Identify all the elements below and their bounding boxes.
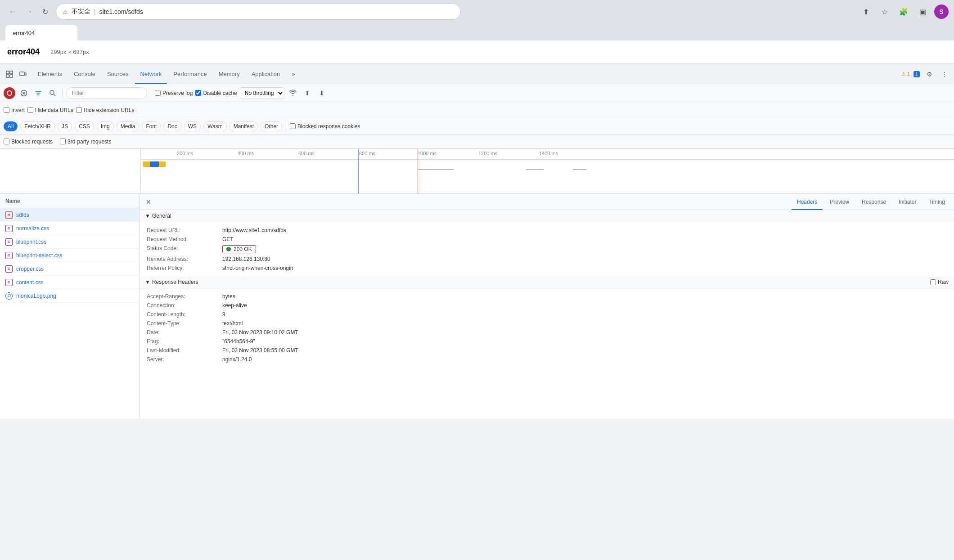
filter-css[interactable]: CSS <box>75 121 94 131</box>
bookmark-button[interactable]: ☆ <box>878 4 892 19</box>
record-button[interactable] <box>4 87 15 99</box>
general-section-header[interactable]: ▼ General <box>140 210 954 222</box>
details-tabs: ✕ Headers Preview Response Initiator Tim… <box>140 194 954 210</box>
settings-button[interactable]: ⚙ <box>923 68 935 80</box>
hide-data-urls-checkbox[interactable]: Hide data URLs <box>27 107 73 113</box>
file-item-cropper-css[interactable]: C cropper.css <box>0 262 139 276</box>
filter-img[interactable]: Img <box>97 121 114 131</box>
more-options-button[interactable]: ⋮ <box>939 68 950 80</box>
filter-button[interactable] <box>32 87 44 99</box>
file-icon-css-2: C <box>5 238 13 246</box>
file-name-monica-logo: monicaLogo.png <box>16 293 56 299</box>
profile-button[interactable]: S <box>934 4 949 19</box>
blocked-response-cookies-checkbox[interactable]: Blocked response cookies <box>290 123 360 130</box>
close-details-button[interactable]: ✕ <box>143 197 154 207</box>
device-toggle-button[interactable] <box>17 68 29 80</box>
timeline-area: 200 ms 400 ms 600 ms 800 ms 1000 ms 1200… <box>0 149 954 194</box>
preserve-log-checkbox[interactable]: Preserve log <box>155 90 193 96</box>
inspect-icon <box>6 71 13 78</box>
import-har-button[interactable]: ⬆ <box>302 87 313 99</box>
tab-network[interactable]: Network <box>135 64 167 84</box>
file-item-sdfds[interactable]: H sdfds <box>0 208 139 222</box>
header-row-content-type: Content-Type: text/html <box>147 319 947 328</box>
header-row-request-method: Request Method: GET <box>147 235 947 244</box>
tab-console[interactable]: Console <box>68 64 101 84</box>
header-value-request-url: http://www.site1.com/sdfds <box>222 227 286 233</box>
filter-input[interactable] <box>66 87 147 99</box>
header-key-status-code: Status Code: <box>147 245 219 253</box>
search-button[interactable] <box>47 87 58 99</box>
filter-media[interactable]: Media <box>117 121 140 131</box>
svg-rect-1 <box>10 71 13 74</box>
blocked-requests-checkbox[interactable]: Blocked requests <box>4 139 53 145</box>
filter-font[interactable]: Font <box>142 121 161 131</box>
response-headers-section-header[interactable]: ▼ Response Headers Raw <box>140 276 954 288</box>
file-item-blueprint-select-css[interactable]: C blueprint-select.css <box>0 249 139 262</box>
tab-application[interactable]: Application <box>246 64 286 84</box>
details-tab-initiator[interactable]: Initiator <box>893 194 922 210</box>
details-tab-timing[interactable]: Timing <box>923 194 950 210</box>
browser-tab[interactable]: error404 <box>5 25 77 40</box>
file-item-content-css[interactable]: C content.css <box>0 276 139 289</box>
filter-fetch-xhr[interactable]: Fetch/XHR <box>20 121 55 131</box>
file-name-blueprint-css: blueprint.css <box>16 239 46 245</box>
address-bar[interactable]: ⚠ 不安全 | site1.com/sdfds <box>56 4 461 20</box>
forward-button[interactable]: → <box>22 4 36 19</box>
tab-memory[interactable]: Memory <box>213 64 245 84</box>
inspect-element-button[interactable] <box>4 68 15 80</box>
details-tab-response[interactable]: Response <box>856 194 891 210</box>
warning-badge: ⚠ 1 <box>901 71 910 77</box>
back-button[interactable]: ← <box>5 4 20 19</box>
tab-sources[interactable]: Sources <box>102 64 134 84</box>
clear-button[interactable] <box>18 87 30 99</box>
devtools-tab-bar: Elements Console Sources Network Perform… <box>32 64 901 84</box>
response-headers-title: Response Headers <box>152 279 198 285</box>
file-icon-css-5: C <box>5 279 13 286</box>
disable-cache-checkbox[interactable]: Disable cache <box>195 90 237 96</box>
console-badge: 1 <box>914 71 920 77</box>
filter-js[interactable]: JS <box>58 121 72 131</box>
throttle-select[interactable]: No throttling Fast 3G Slow 3G Offline <box>240 87 284 99</box>
file-item-monica-logo[interactable]: ⬡ monicaLogo.png <box>0 289 139 303</box>
details-tab-headers[interactable]: Headers <box>792 194 823 210</box>
raw-checkbox[interactable]: Raw <box>930 279 949 285</box>
file-name-cropper-css: cropper.css <box>16 266 44 272</box>
layout-button[interactable]: ▣ <box>915 4 930 19</box>
file-icon-html: H <box>5 211 13 219</box>
filter-wasm[interactable]: Wasm <box>203 121 227 131</box>
filter-manifest[interactable]: Manifest <box>230 121 258 131</box>
invert-checkbox[interactable]: Invert <box>4 107 25 113</box>
header-key-content-length: Content-Length: <box>147 311 219 318</box>
svg-rect-4 <box>20 72 24 76</box>
tab-more[interactable]: » <box>286 64 300 84</box>
header-value-referrer-policy: strict-origin-when-cross-origin <box>222 265 293 271</box>
file-item-blueprint-css[interactable]: C blueprint.css <box>0 235 139 249</box>
file-item-normalize-css[interactable]: C normalize.css <box>0 222 139 235</box>
extension-button[interactable]: 🧩 <box>896 4 911 19</box>
response-headers-table: Accept-Ranges: bytes Connection: keep-al… <box>140 288 954 367</box>
header-row-date: Date: Fri, 03 Nov 2023 09:10:02 GMT <box>147 328 947 337</box>
svg-rect-2 <box>6 75 9 77</box>
general-triangle: ▼ <box>145 213 150 219</box>
filter-other[interactable]: Other <box>261 121 282 131</box>
hide-extension-urls-checkbox[interactable]: Hide extension URLs <box>76 107 135 113</box>
status-text: 200 OK <box>234 246 252 252</box>
search-icon <box>49 90 56 97</box>
filter-all[interactable]: All <box>4 121 18 131</box>
wifi-icon-button[interactable] <box>287 87 299 99</box>
filter-doc[interactable]: Doc <box>163 121 181 131</box>
header-value-status-code: 200 OK <box>222 245 256 253</box>
details-tab-preview[interactable]: Preview <box>824 194 855 210</box>
header-value-date: Fri, 03 Nov 2023 09:10:02 GMT <box>222 329 298 336</box>
filter-ws[interactable]: WS <box>184 121 201 131</box>
share-button[interactable]: ⬆ <box>859 4 873 19</box>
tick-600ms: 600 ms <box>298 151 315 156</box>
toolbar-separator-1 <box>62 89 63 98</box>
third-party-requests-checkbox[interactable]: 3rd-party requests <box>60 139 111 145</box>
tab-performance[interactable]: Performance <box>168 64 212 84</box>
tick-800ms: 800 ms <box>359 151 375 156</box>
export-har-button[interactable]: ⬇ <box>316 87 328 99</box>
filter-separator <box>286 122 286 131</box>
reload-button[interactable]: ↻ <box>38 4 52 19</box>
tab-elements[interactable]: Elements <box>32 64 68 84</box>
